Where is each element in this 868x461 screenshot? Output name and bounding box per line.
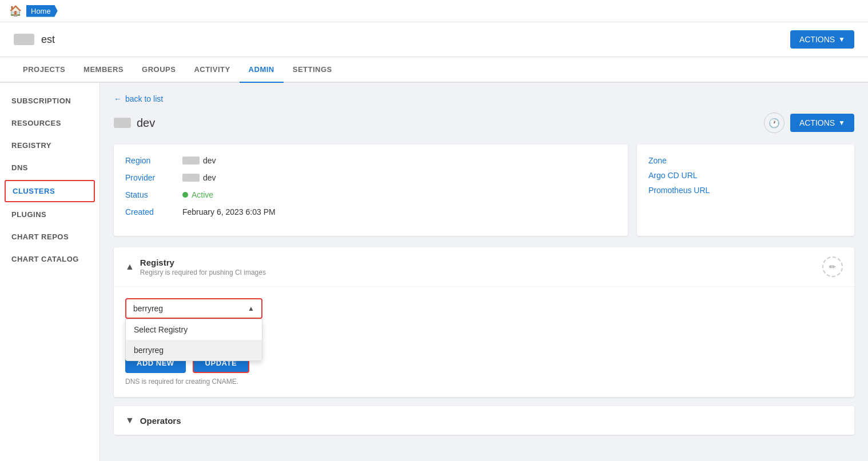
header-row: est ACTIONS ▼ (0, 22, 868, 57)
region-label: Region (125, 156, 182, 165)
sidebar-item-chart-repos[interactable]: CHART REPOS (0, 226, 99, 248)
registry-dropdown-menu: Select Registry berryreg (125, 319, 262, 361)
operators-section: ▼ Operators (114, 406, 854, 435)
registry-section-title: Registry (140, 258, 266, 267)
status-value: Active (182, 190, 213, 199)
status-label: Status (125, 190, 182, 199)
chevron-down-icon: ▼ (838, 35, 845, 43)
page-header-left: dev (114, 117, 155, 130)
cluster-info-card: Region dev Provider dev Status (114, 145, 628, 236)
created-value: February 6, 2023 6:03 PM (182, 207, 276, 217)
back-link-label: back to list (125, 94, 163, 103)
cluster-links-card: Zone Argo CD URL Promotheus URL (637, 145, 854, 236)
provider-value: dev (182, 173, 216, 182)
sidebar-item-subscription[interactable]: SUBSCRIPTION (0, 90, 99, 112)
operators-section-header: ▼ Operators (114, 406, 854, 435)
sidebar-item-registry[interactable]: REGISTRY (0, 134, 99, 157)
registry-section-body: berryreg ▲ Select Registry berryreg ADD … (114, 287, 854, 397)
page-title-avatar (114, 118, 131, 128)
back-link[interactable]: ← back to list (114, 94, 854, 103)
page-header: dev 🕐 ACTIONS ▼ (114, 113, 854, 133)
tab-members[interactable]: MEMBERS (74, 57, 133, 83)
tab-projects[interactable]: PROJECTS (14, 57, 74, 83)
prometheus-url-link[interactable]: Promotheus URL (648, 186, 843, 195)
chevron-up-icon: ▲ (248, 304, 254, 312)
cards-row: Region dev Provider dev Status (114, 145, 854, 236)
zone-link[interactable]: Zone (648, 156, 843, 165)
header-left: est (14, 34, 55, 46)
history-button[interactable]: 🕐 (764, 113, 785, 133)
content-area: ← back to list dev 🕐 ACTIONS ▼ Region (100, 83, 868, 461)
registry-toggle-icon[interactable]: ▲ (125, 262, 134, 272)
registry-section-header-left: ▲ Registry Regisry is required for pushi… (125, 258, 266, 276)
main-layout: SUBSCRIPTION RESOURCES REGISTRY DNS CLUS… (0, 83, 868, 461)
top-nav: 🏠 Home (0, 0, 868, 22)
tab-settings[interactable]: SETTINGS (284, 57, 341, 83)
back-arrow-icon: ← (114, 94, 122, 103)
avatar (14, 34, 34, 45)
region-field: Region dev (125, 156, 616, 165)
registry-dropdown[interactable]: berryreg ▲ (125, 298, 262, 319)
chevron-down-icon: ▼ (838, 119, 845, 127)
registry-dropdown-container: berryreg ▲ Select Registry berryreg (125, 298, 262, 319)
sidebar-item-chart-catalog[interactable]: CHART CATALOG (0, 248, 99, 270)
header-actions-button[interactable]: ACTIONS ▼ (790, 30, 854, 49)
provider-field: Provider dev (125, 173, 616, 182)
page-title: dev (137, 117, 155, 130)
registry-section-subtitle: Regisry is required for pushing CI image… (140, 268, 266, 276)
registry-section-header: ▲ Registry Regisry is required for pushi… (114, 247, 854, 287)
status-field: Status Active (125, 190, 616, 199)
tab-admin[interactable]: ADMIN (240, 57, 284, 83)
breadcrumb[interactable]: Home (26, 5, 58, 17)
registry-dropdown-value: berryreg (133, 304, 163, 313)
sidebar: SUBSCRIPTION RESOURCES REGISTRY DNS CLUS… (0, 83, 100, 461)
argo-cd-url-link[interactable]: Argo CD URL (648, 171, 843, 180)
tab-activity[interactable]: ACTIVITY (185, 57, 239, 83)
home-icon[interactable]: 🏠 (9, 5, 22, 17)
sidebar-item-dns[interactable]: DNS (0, 157, 99, 179)
registry-section: ▲ Registry Regisry is required for pushi… (114, 247, 854, 397)
operators-section-title: Operators (140, 416, 181, 426)
header-title: est (41, 34, 55, 46)
provider-label: Provider (125, 173, 182, 182)
dns-note: DNS is required for creating CNAME. (125, 378, 843, 386)
tab-bar: PROJECTS MEMBERS GROUPS ACTIVITY ADMIN S… (0, 57, 868, 83)
status-dot-icon (182, 192, 188, 198)
sidebar-item-resources[interactable]: RESOURCES (0, 112, 99, 134)
registry-option-berryreg[interactable]: berryreg (126, 340, 262, 360)
region-value: dev (182, 156, 216, 165)
sidebar-item-plugins[interactable]: PLUGINS (0, 203, 99, 226)
registry-edit-button[interactable]: ✏ (822, 256, 843, 277)
page-header-right: 🕐 ACTIONS ▼ (764, 113, 854, 133)
operators-toggle-icon[interactable]: ▼ (125, 415, 134, 426)
tab-groups[interactable]: GROUPS (133, 57, 185, 83)
created-label: Created (125, 207, 182, 217)
sidebar-item-clusters[interactable]: CLUSTERS (5, 180, 95, 202)
registry-section-title-group: Registry Regisry is required for pushing… (140, 258, 266, 276)
registry-option-select[interactable]: Select Registry (126, 319, 262, 340)
created-field: Created February 6, 2023 6:03 PM (125, 207, 616, 217)
page-actions-button[interactable]: ACTIONS ▼ (790, 114, 854, 132)
